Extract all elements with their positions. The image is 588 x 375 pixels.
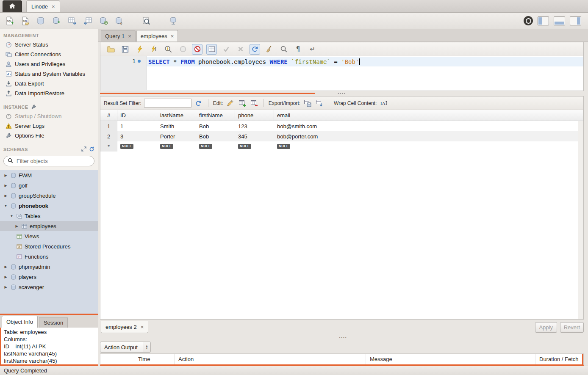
table-row[interactable]: 1 1 Smith Bob 123 bob@smith.com (100, 121, 583, 131)
toggle-sidebar-icon[interactable] (538, 17, 549, 25)
tab-session[interactable]: Session (39, 317, 68, 328)
rollback-database-icon[interactable]: 0 (114, 16, 124, 26)
rollback-icon[interactable] (235, 44, 246, 55)
sql-line[interactable]: SELECT * FROM phonebook.employees WHERE … (147, 57, 583, 66)
output-type-select[interactable]: Action Output (100, 342, 151, 353)
cell-email[interactable]: bob@porter.com (274, 131, 583, 141)
save-script-icon[interactable] (120, 44, 130, 55)
beautify-script-icon[interactable] (264, 44, 275, 55)
column-header-email[interactable]: email (274, 110, 583, 121)
chevron-right-icon[interactable] (3, 184, 8, 188)
close-icon[interactable]: × (141, 324, 144, 330)
chevron-down-icon[interactable] (9, 214, 14, 218)
wrap-text-icon[interactable]: ↵ (307, 44, 318, 55)
open-sql-script-icon[interactable]: SQL (20, 16, 30, 26)
tree-item-functions[interactable]: fFunctions (0, 251, 98, 262)
output-column-action[interactable]: Action (175, 354, 366, 364)
column-header-lastname[interactable]: lastName (157, 110, 196, 121)
sidebar-item-server-logs[interactable]: Server Logs (0, 121, 98, 131)
vertical-scrollbar[interactable] (578, 121, 583, 319)
new-query-tab-icon[interactable]: SQL (4, 16, 14, 26)
output-column-message[interactable]: Message (366, 354, 535, 364)
chevron-down-icon[interactable] (3, 204, 8, 208)
table-row[interactable]: 2 3 Porter Bob 345 bob@porter.com (100, 131, 583, 141)
connection-tab[interactable]: Linode × (26, 0, 60, 12)
limit-rows-icon[interactable] (206, 44, 217, 55)
chevron-right-icon[interactable] (3, 174, 8, 177)
toggle-secondary-sidebar-icon[interactable] (570, 17, 581, 25)
sidebar-item-startup-shutdown[interactable]: Startup / Shutdown (0, 111, 98, 121)
cell-firstname[interactable]: Bob (196, 131, 235, 141)
tab-employees[interactable]: employees× (136, 30, 178, 41)
tree-item-schema[interactable]: scavenger (0, 282, 98, 292)
cell-lastname[interactable]: Porter (157, 131, 196, 141)
tree-item-schema[interactable]: phpmyadmin (0, 262, 98, 272)
result-filter-input[interactable] (144, 99, 191, 108)
chevron-right-icon[interactable] (3, 265, 8, 269)
tree-item-views[interactable]: Views (0, 231, 98, 241)
sidebar-item-options-file[interactable]: Options File (0, 131, 98, 141)
wrap-cell-content-icon[interactable]: IA (379, 99, 388, 108)
new-row-placeholder[interactable]: * NULL NULL NULL NULL NULL (100, 141, 583, 152)
output-column-time[interactable]: Time (134, 354, 175, 364)
tree-item-schema[interactable]: groupSchedule (0, 190, 98, 201)
editor-body[interactable]: 1 SELECT * FROM phonebook.employees WHER… (100, 56, 583, 90)
execute-icon[interactable] (134, 44, 145, 55)
tree-item-schema[interactable]: players (0, 272, 98, 282)
toggle-output-panel-icon[interactable] (554, 17, 565, 25)
tab-object-info[interactable]: Object Info (2, 316, 38, 328)
editor-result-splitter[interactable] (100, 91, 584, 96)
splitter-grip[interactable] (339, 335, 347, 339)
add-database-icon[interactable] (98, 16, 108, 26)
invisible-characters-icon[interactable]: ¶ (293, 44, 303, 55)
toggle-autocommit-icon[interactable] (250, 44, 260, 55)
stop-query-icon[interactable] (178, 44, 188, 55)
revert-button[interactable]: Revert (560, 322, 584, 333)
close-icon[interactable]: × (171, 33, 174, 39)
cell-id[interactable]: 1 (117, 121, 157, 131)
new-schema-icon[interactable] (36, 16, 46, 26)
sidebar-item-data-export[interactable]: Data Export (0, 79, 98, 88)
find-icon[interactable] (278, 44, 289, 55)
delete-row-icon[interactable] (250, 99, 259, 108)
export-recordset-icon[interactable] (303, 99, 312, 108)
execute-current-statement-icon[interactable] (149, 44, 159, 55)
chevron-right-icon[interactable] (14, 224, 19, 228)
commit-icon[interactable] (221, 44, 231, 55)
notifications-icon[interactable] (524, 16, 533, 25)
tree-item-table-employees[interactable]: employees (0, 221, 98, 231)
sidebar-item-data-import[interactable]: Data Import/Restore (0, 88, 98, 98)
column-header-firstname[interactable]: firstName (196, 110, 235, 121)
select-stepper-icon[interactable] (143, 342, 150, 352)
tab-query-1[interactable]: Query 1× (101, 30, 136, 41)
chevron-right-icon[interactable] (3, 275, 8, 279)
tree-item-schema-phonebook[interactable]: phonebook (0, 201, 98, 211)
edit-cell-icon[interactable] (226, 99, 235, 108)
chevron-right-icon[interactable] (3, 194, 8, 198)
cell-firstname[interactable]: Bob (196, 121, 235, 131)
server-connection-icon[interactable] (168, 16, 178, 26)
cell-phone[interactable]: 345 (235, 131, 274, 141)
cell-id[interactable]: 3 (117, 131, 157, 141)
chevron-right-icon[interactable] (3, 285, 8, 289)
column-header-id[interactable]: ID (117, 110, 157, 121)
schema-filter-input[interactable] (16, 157, 90, 165)
toggle-stop-on-error-icon[interactable] (192, 44, 202, 55)
home-tab[interactable] (3, 0, 22, 12)
tree-item-schema[interactable]: golf (0, 180, 98, 190)
output-splitter[interactable] (98, 335, 588, 340)
refresh-schemas-icon[interactable] (89, 146, 94, 153)
insert-row-icon[interactable] (238, 99, 247, 108)
sidebar-item-server-status[interactable]: Server Status (0, 40, 98, 50)
search-objects-icon[interactable] (141, 16, 151, 26)
new-table-icon[interactable] (51, 16, 61, 26)
column-header-phone[interactable]: phone (235, 110, 274, 121)
sql-code-area[interactable]: SELECT * FROM phonebook.employees WHERE … (147, 56, 583, 90)
import-records-icon[interactable] (315, 99, 324, 108)
refresh-result-icon[interactable] (194, 99, 203, 108)
export-table-icon[interactable] (83, 16, 93, 26)
close-icon[interactable]: × (52, 4, 55, 9)
cell-phone[interactable]: 123 (235, 121, 274, 131)
open-file-icon[interactable] (105, 44, 116, 55)
tree-item-stored-procedures[interactable]: Stored Procedures (0, 241, 98, 251)
